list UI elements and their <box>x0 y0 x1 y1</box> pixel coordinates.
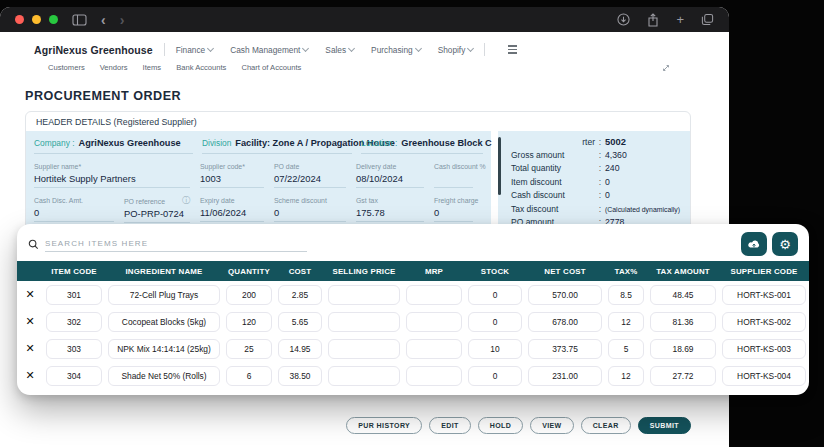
cell-supplier-code[interactable]: HORT-KS-001 <box>722 285 806 305</box>
expand-icon[interactable] <box>661 59 671 77</box>
cell-stock[interactable]: 10 <box>468 339 522 359</box>
menu-shopify[interactable]: Shopify <box>438 45 474 55</box>
cell-selling-price[interactable] <box>328 366 400 386</box>
supplier-code-field[interactable]: Supplier code* 1003 <box>200 163 274 188</box>
submenu-bank-accounts[interactable]: Bank Accounts <box>176 63 226 72</box>
delivery-date-field[interactable]: Delivery date 08/10/2024 <box>356 163 434 188</box>
search-items-input[interactable] <box>45 237 307 252</box>
forward-icon[interactable]: › <box>120 13 125 27</box>
submenu-customers[interactable]: Customers <box>48 63 85 72</box>
freight-charge-field[interactable]: Freight charge 0 <box>434 197 483 223</box>
pur-history-button[interactable]: PUR HISTORY <box>346 417 422 434</box>
cell-supplier-code[interactable]: HORT-KS-004 <box>722 366 806 386</box>
cell-quantity[interactable]: 25 <box>226 339 272 359</box>
remove-row-icon[interactable]: ✕ <box>17 316 43 327</box>
cell-selling-price[interactable] <box>328 285 400 305</box>
scheme-discount-value[interactable]: 0 <box>274 207 346 222</box>
cell-tax-pct[interactable]: 8.5 <box>608 285 644 305</box>
remove-row-icon[interactable]: ✕ <box>17 343 43 354</box>
hamburger-menu-icon[interactable] <box>508 45 517 53</box>
clear-button[interactable]: CLEAR <box>581 417 631 434</box>
cell-ingredient-name[interactable]: Cocopeat Blocks (5kg) <box>108 312 220 332</box>
cell-selling-price[interactable] <box>328 339 400 359</box>
submit-button[interactable]: SUBMIT <box>638 417 691 434</box>
remove-row-icon[interactable]: ✕ <box>17 289 43 300</box>
cell-net-cost[interactable]: 373.75 <box>528 339 602 359</box>
edit-button[interactable]: EDIT <box>429 417 471 434</box>
cell-item-code[interactable]: 302 <box>46 312 102 332</box>
cell-item-code[interactable]: 301 <box>46 285 102 305</box>
cell-cost[interactable]: 5.65 <box>278 312 322 332</box>
cell-mrp[interactable] <box>406 339 462 359</box>
cell-cost[interactable]: 14.95 <box>278 339 322 359</box>
freight-charge-value[interactable]: 0 <box>434 207 473 222</box>
cell-tax-amount[interactable]: 27.72 <box>650 366 716 386</box>
cell-stock[interactable]: 0 <box>468 285 522 305</box>
submenu-vendors[interactable]: Vendors <box>100 63 128 72</box>
minimize-window-button[interactable] <box>32 15 41 24</box>
cell-mrp[interactable] <box>406 366 462 386</box>
po-reference-value[interactable]: PO-PRP-0724 <box>124 208 190 223</box>
menu-purchasing[interactable]: Purchasing <box>371 45 421 55</box>
expiry-date-value[interactable]: 11/06/2024 <box>200 207 264 222</box>
zoom-window-button[interactable] <box>49 15 58 24</box>
cell-tax-amount[interactable]: 81.36 <box>650 312 716 332</box>
submenu-chart-of-accounts[interactable]: Chart of Accounts <box>241 63 301 72</box>
cash-disc-amt-field[interactable]: Cash Disc. Amt. 0 <box>34 197 124 223</box>
supplier-name-field[interactable]: Supplier name* Hortitek Supply Partners <box>34 163 200 188</box>
menu-cash-management[interactable]: Cash Management <box>230 45 308 55</box>
cell-cost[interactable]: 38.50 <box>278 366 322 386</box>
po-date-field[interactable]: PO date 07/22/2024 <box>274 163 356 188</box>
delivery-date-value[interactable]: 08/10/2024 <box>356 173 424 188</box>
sidebar-icon[interactable] <box>72 14 87 26</box>
cash-disc-amt-value[interactable]: 0 <box>34 207 114 222</box>
cell-tax-amount[interactable]: 18.69 <box>650 339 716 359</box>
cell-ingredient-name[interactable]: Shade Net 50% (Rolls) <box>108 366 220 386</box>
new-tab-icon[interactable]: + <box>676 12 684 27</box>
cell-tax-pct[interactable]: 12 <box>608 366 644 386</box>
supplier-name-value[interactable]: Hortitek Supply Partners <box>34 173 190 188</box>
submenu-items[interactable]: Items <box>143 63 162 72</box>
cell-net-cost[interactable]: 678.00 <box>528 312 602 332</box>
scrollbar-thumb[interactable] <box>498 137 501 195</box>
info-icon[interactable]: ⓘ <box>182 197 190 205</box>
cloud-upload-button[interactable] <box>741 232 767 256</box>
cell-tax-pct[interactable]: 12 <box>608 312 644 332</box>
cell-ingredient-name[interactable]: 72-Cell Plug Trays <box>108 285 220 305</box>
cell-tax-pct[interactable]: 5 <box>608 339 644 359</box>
remove-row-icon[interactable]: ✕ <box>17 370 43 381</box>
cell-stock[interactable]: 0 <box>468 366 522 386</box>
supplier-code-value[interactable]: 1003 <box>200 173 264 188</box>
menu-finance[interactable]: Finance <box>176 45 214 55</box>
cell-mrp[interactable] <box>406 285 462 305</box>
view-button[interactable]: VIEW <box>530 417 574 434</box>
cell-supplier-code[interactable]: HORT-KS-002 <box>722 312 806 332</box>
back-icon[interactable]: ‹ <box>101 13 106 27</box>
cell-ingredient-name[interactable]: NPK Mix 14:14:14 (25kg) <box>108 339 220 359</box>
gst-tax-value[interactable]: 175.78 <box>356 207 424 222</box>
share-icon[interactable] <box>647 13 659 27</box>
po-reference-field[interactable]: PO reference ⓘ PO-PRP-0724 <box>124 197 200 223</box>
settings-button[interactable]: ⚙ <box>772 232 798 256</box>
tab-overview-icon[interactable] <box>701 13 714 26</box>
cell-net-cost[interactable]: 570.00 <box>528 285 602 305</box>
cell-quantity[interactable]: 120 <box>226 312 272 332</box>
cell-cost[interactable]: 2.85 <box>278 285 322 305</box>
cell-selling-price[interactable] <box>328 312 400 332</box>
cell-mrp[interactable] <box>406 312 462 332</box>
downloads-icon[interactable] <box>617 13 630 26</box>
close-window-button[interactable] <box>15 15 24 24</box>
cell-stock[interactable]: 0 <box>468 312 522 332</box>
cell-supplier-code[interactable]: HORT-KS-003 <box>722 339 806 359</box>
gst-tax-field[interactable]: Gst tax 175.78 <box>356 197 434 223</box>
scheme-discount-field[interactable]: Scheme discount 0 <box>274 197 356 223</box>
po-date-value[interactable]: 07/22/2024 <box>274 173 346 188</box>
cell-quantity[interactable]: 200 <box>226 285 272 305</box>
cash-discount-pct-field[interactable]: Cash discount % <box>434 163 483 188</box>
hold-button[interactable]: HOLD <box>478 417 523 434</box>
menu-sales[interactable]: Sales <box>325 45 354 55</box>
cell-item-code[interactable]: 304 <box>46 366 102 386</box>
expiry-date-field[interactable]: Expiry date 11/06/2024 <box>200 197 274 223</box>
cell-quantity[interactable]: 6 <box>226 366 272 386</box>
cash-discount-pct-value[interactable] <box>434 173 473 188</box>
